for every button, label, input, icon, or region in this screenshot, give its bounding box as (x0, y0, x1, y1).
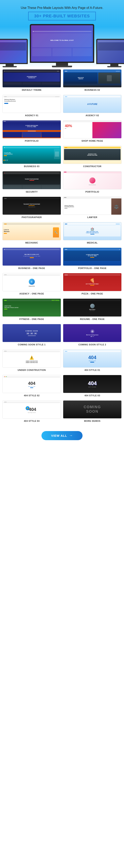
grid-row-1: GROUNDBREAKINGTECHNOLOGY DEFAULT THEME (2, 69, 122, 91)
label-agency02: AGENCY 02 (86, 114, 99, 117)
grid-item-photographer[interactable]: THE BEST PHOTOGRAPHER Capturing Memories… (2, 197, 61, 218)
thumbnail-lawyer[interactable]: Advisory BusinessConsulting Services ⚖️ (63, 197, 122, 215)
label-mechanic: MECHANIC (25, 242, 38, 244)
grid-row-5: THE BEST PHOTOGRAPHER SECURITY (2, 171, 122, 193)
thumbnail-mechanic[interactable]: Love toMaintain 🔧 (2, 222, 61, 240)
header-section: Use These Pre-Made Layouts With Any Page… (0, 0, 124, 67)
label-photographer: PHOTOGRAPHER (22, 216, 42, 218)
thumbnail-more-demos[interactable]: COMINGSOON (63, 400, 122, 418)
grid-item-constructor[interactable]: WE BUILD YOURDREAMS AND HOME CONSTRUCTOR (63, 146, 122, 167)
thumbnail-shop[interactable]: 40% OFF (63, 120, 122, 138)
label-resume-onepage: RESUME - ONE PAGE (80, 318, 105, 320)
grid-row-11: COMING SOON 00 00 00 COMING SOON STYLE 1 (2, 324, 122, 346)
label-business-onepage: BUSINESS - ONE PAGE (18, 267, 45, 269)
grid-item-lawyer[interactable]: Advisory BusinessConsulting Services ⚖️ … (63, 197, 122, 218)
thumbnail-fitness-onepage[interactable]: WHAT'S NEW ▶ LOSE TO YOU AWESOME FITNESS… (2, 299, 61, 317)
label-portfolio2: PORTFOLIO (85, 191, 99, 193)
grid-item-agency01[interactable]: Advisory BusinessConsulting Services AGE… (2, 95, 61, 117)
grid-item-mechanic[interactable]: Love toMaintain 🔧 MECHANIC (2, 222, 61, 244)
grid-item-pizza-onepage[interactable]: 🍕 EAT IT WITH YOUR FAMILY PIZZA - ONE PA… (63, 273, 122, 295)
grid-item-shop[interactable]: 40% OFF SHOP HOME PAGE (63, 120, 122, 142)
grid-item-portfolio-onepage[interactable]: ULTIMATE WEB BUILDINGKIT OF ALL TIMES PO… (63, 248, 122, 269)
label-constructor: CONSTRUCTOR (83, 165, 101, 167)
grid-row-14: 🔒 404 Oops! Page not found 404 STYLE 04 … (2, 400, 122, 422)
thumbnail-business02[interactable]: INNOVATIVEWEBSITE (63, 69, 122, 88)
grid-item-security[interactable]: THE BEST PHOTOGRAPHER SECURITY (2, 171, 61, 193)
thumbnail-404-style-03[interactable]: 404 Not Found (63, 375, 122, 393)
monitor-illustration: WELCOME TO GLOBAL UI KIT (4, 24, 120, 67)
monitor-side-stand-left (6, 64, 14, 66)
monitor-side-base-left (3, 66, 17, 67)
thumbnail-security[interactable]: THE BEST PHOTOGRAPHER (2, 171, 61, 189)
label-pizza-onepage: PIZZA - ONE PAGE (82, 292, 103, 295)
thumbnail-pizza-onepage[interactable]: 🍕 EAT IT WITH YOUR FAMILY (63, 273, 122, 291)
grid-row-9: G Global UI Kit AGENCY - ONE PAGE (2, 273, 122, 295)
thumbnail-portfolio-onepage[interactable]: ULTIMATE WEB BUILDINGKIT OF ALL TIMES (63, 248, 122, 266)
label-agency-onepage: AGENCY - ONE PAGE (19, 292, 44, 295)
monitor-main-screen: WELCOME TO GLOBAL UI KIT (31, 25, 93, 62)
themes-grid: GROUNDBREAKINGTECHNOLOGY DEFAULT THEME (0, 67, 124, 428)
label-coming-soon-1: COMING SOON STYLE 1 (18, 343, 46, 346)
grid-item-agency-onepage[interactable]: G Global UI Kit AGENCY - ONE PAGE (2, 273, 61, 295)
grid-item-portfolio[interactable]: ULTIMATE WEB BUILDINGKIT OF ALL TIMES PO… (2, 120, 61, 142)
label-fitness-onepage: FITNESS - ONE PAGE (19, 318, 44, 320)
monitor-main-base (52, 66, 72, 67)
thumbnail-medical[interactable]: 🏥 BEST TREATMENT ANDCARE FOR YOUR HEALTH (63, 222, 122, 240)
grid-item-business-onepage[interactable]: WELCOME TO GLOBAL UI KIT ULTIMATE WEB BU… (2, 248, 61, 269)
grid-item-coming-soon-2[interactable]: We Are Coming Soon COMING SOON STYLE 2 (63, 324, 122, 346)
thumbnail-agency-onepage[interactable]: G Global UI Kit (2, 273, 61, 291)
grid-item-404-style-04[interactable]: 🔒 404 Oops! Page not found 404 STYLE 04 (2, 400, 61, 422)
thumbnail-portfolio[interactable]: ULTIMATE WEB BUILDINGKIT OF ALL TIMES (2, 120, 61, 138)
monitor-screen-text: WELCOME TO GLOBAL UI KIT (50, 39, 74, 41)
thumbnail-under-construction[interactable]: ⚠️ UNDER CONSTRUCTIONUNDER CONSTRUCTION (2, 349, 61, 368)
grid-row-13: 404 PAGE NOT FOUND 404 STYLE 02 404 Not … (2, 375, 122, 397)
thumbnail-photographer[interactable]: THE BEST PHOTOGRAPHER Capturing Memories (2, 197, 61, 215)
label-404-style-04: 404 STYLE 04 (24, 420, 39, 422)
grid-item-agency02[interactable]: A FUTURE AGENCY 02 (63, 95, 122, 117)
label-business02: BUSINESS 02 (85, 89, 100, 91)
prebuilt-badge: 30+ PRE-BUILT WEBSITES (28, 12, 96, 21)
grid-item-404-style-03[interactable]: 404 Not Found 404 STYLE 03 (63, 375, 122, 397)
thumbnail-coming-soon-1[interactable]: COMING SOON 00 00 00 (2, 324, 61, 342)
thumbnail-constructor[interactable]: WE BUILD YOURDREAMS AND HOME (63, 146, 122, 164)
thumbnail-coming-soon-2[interactable]: We Are Coming Soon (63, 324, 122, 342)
grid-item-resume-onepage[interactable]: Mark Gallery Web Designer RESUME - ONE P… (63, 299, 122, 320)
thumbnail-agency01[interactable]: Advisory BusinessConsulting Services (2, 95, 61, 113)
thumbnail-404-style-02[interactable]: 404 PAGE NOT FOUND (2, 375, 61, 393)
thumbnail-agency02[interactable]: A FUTURE (63, 95, 122, 113)
grid-item-coming-soon-1[interactable]: COMING SOON 00 00 00 COMING SOON STYLE 1 (2, 324, 61, 346)
label-security: SECURITY (26, 191, 38, 193)
grid-item-portfolio2[interactable]: Home Care Service PORTFOLIO (63, 171, 122, 193)
grid-item-default-theme[interactable]: GROUNDBREAKINGTECHNOLOGY DEFAULT THEME (2, 69, 61, 91)
thumbnail-business03[interactable]: A Cracker Wayto Doing Business (2, 146, 61, 164)
grid-row-8: WELCOME TO GLOBAL UI KIT ULTIMATE WEB BU… (2, 248, 122, 269)
thumbnail-portfolio2[interactable]: Home Care Service (63, 171, 122, 189)
label-404-style-02: 404 STYLE 02 (24, 394, 39, 397)
monitor-side-screen-left (0, 40, 27, 63)
monitor-side-stand-right (110, 64, 118, 66)
label-shop: SHOP HOME PAGE (82, 140, 103, 142)
label-medical: MEDICAL (87, 242, 98, 244)
view-all-button[interactable]: VIEW ALL → (41, 431, 83, 440)
grid-item-medical[interactable]: 🏥 BEST TREATMENT ANDCARE FOR YOUR HEALTH… (63, 222, 122, 244)
grid-item-business03[interactable]: A Cracker Wayto Doing Business BUSINE (2, 146, 61, 167)
grid-row-4: A Cracker Wayto Doing Business BUSINE (2, 146, 122, 167)
label-agency01: AGENCY 01 (25, 114, 38, 117)
label-under-construction: UNDER CONSTRUCTION (18, 369, 46, 371)
monitor-main: WELCOME TO GLOBAL UI KIT (30, 24, 94, 63)
thumbnail-business-onepage[interactable]: WELCOME TO GLOBAL UI KIT ULTIMATE WEB BU… (2, 248, 61, 266)
thumbnail-404-style-01[interactable]: 404 PAGE NOT FOUND (63, 349, 122, 368)
view-all-label: VIEW ALL (51, 434, 67, 437)
grid-row-10: WHAT'S NEW ▶ LOSE TO YOU AWESOME FITNESS… (2, 299, 122, 320)
grid-item-under-construction[interactable]: ⚠️ UNDER CONSTRUCTIONUNDER CONSTRUCTION … (2, 349, 61, 371)
grid-item-more-demos[interactable]: COMINGSOON MORE DEMOS (63, 400, 122, 422)
view-all-section: VIEW ALL → (0, 428, 124, 445)
grid-item-404-style-02[interactable]: 404 PAGE NOT FOUND 404 STYLE 02 (2, 375, 61, 397)
thumbnail-resume-onepage[interactable]: Mark Gallery Web Designer (63, 299, 122, 317)
grid-item-business02[interactable]: INNOVATIVEWEBSITE BUSINESS 02 (63, 69, 122, 91)
grid-item-404-style-01[interactable]: 404 PAGE NOT FOUND 404 STYLE 01 (63, 349, 122, 371)
thumbnail-404-style-04[interactable]: 🔒 404 Oops! Page not found (2, 400, 61, 418)
label-coming-soon-2: COMING SOON STYLE 2 (79, 343, 106, 346)
thumbnail-default-theme[interactable]: GROUNDBREAKINGTECHNOLOGY (2, 69, 61, 88)
grid-item-fitness-onepage[interactable]: WHAT'S NEW ▶ LOSE TO YOU AWESOME FITNESS… (2, 299, 61, 320)
